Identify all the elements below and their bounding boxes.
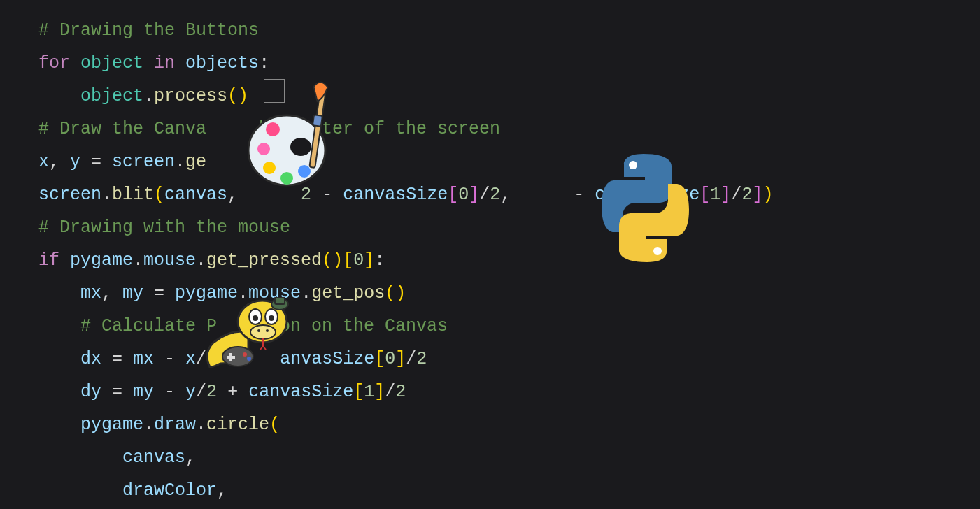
svg-point-13 xyxy=(253,315,258,321)
number-literal: 2 xyxy=(206,382,217,402)
svg-rect-21 xyxy=(227,356,235,359)
code-line[interactable]: dx = mx - x/2 anvasSize[0]/2 xyxy=(38,343,980,375)
identifier: objects xyxy=(185,53,259,73)
identifier: x xyxy=(185,349,196,369)
method-call: get_pressed xyxy=(206,250,322,271)
identifier: x xyxy=(38,152,49,172)
comment-text: # Drawing with the mouse xyxy=(38,217,290,238)
code-editor-viewport[interactable]: # Drawing the Buttons for object in obje… xyxy=(0,0,980,507)
identifier: pygame xyxy=(80,415,143,435)
method-call: circle xyxy=(206,415,269,435)
svg-point-5 xyxy=(280,172,293,185)
identifier: mouse xyxy=(143,250,196,271)
identifier: mx xyxy=(80,283,101,303)
identifier: my xyxy=(133,382,154,402)
python-logo-icon xyxy=(602,150,689,266)
number-literal: 2 xyxy=(416,349,427,369)
identifier: canvas xyxy=(122,447,185,468)
code-line[interactable]: object.process() xyxy=(38,80,980,113)
identifier: pygame xyxy=(70,250,133,271)
svg-point-6 xyxy=(298,165,311,178)
identifier: screen xyxy=(112,152,175,172)
operator: + xyxy=(227,382,238,402)
svg-point-10 xyxy=(653,247,662,255)
identifier: y xyxy=(185,382,196,402)
method-call: get_pos xyxy=(311,283,385,303)
number-literal: 1 xyxy=(710,185,720,205)
code-line[interactable]: x, y = screen.ge () xyxy=(38,145,980,178)
code-line[interactable]: # Drawing with the mouse xyxy=(38,211,980,244)
identifier: dy xyxy=(80,382,101,402)
comment-text: on on the Canvas xyxy=(280,316,448,336)
svg-point-16 xyxy=(250,325,276,339)
svg-point-18 xyxy=(266,329,269,332)
svg-rect-25 xyxy=(275,297,285,304)
number-literal: 0 xyxy=(458,185,469,205)
number-literal: 2 xyxy=(741,185,752,205)
identifier: screen xyxy=(38,185,101,205)
svg-rect-8 xyxy=(313,115,322,127)
identifier: canvasSize xyxy=(343,185,448,205)
code-line[interactable]: # Draw the Canva he center of the screen xyxy=(38,113,980,145)
keyword-for: for xyxy=(38,53,70,73)
code-line[interactable]: mx, my = pygame.mouse.get_pos() xyxy=(38,277,980,310)
identifier: canvas xyxy=(164,185,227,205)
number-literal: 0 xyxy=(353,250,364,271)
method-call: blit xyxy=(112,185,154,205)
code-line[interactable]: drawColor, xyxy=(38,474,980,507)
svg-point-3 xyxy=(257,143,270,155)
code-line[interactable]: for object in objects: xyxy=(38,47,980,80)
svg-point-2 xyxy=(266,122,280,136)
identifier: canvasSize xyxy=(248,382,353,402)
pygame-snake-icon xyxy=(196,297,304,381)
svg-point-22 xyxy=(243,352,247,357)
code-line[interactable]: if pygame.mouse.get_pressed()[0]: xyxy=(38,244,980,277)
identifier: my xyxy=(122,283,143,303)
code-line[interactable]: # Drawing the Buttons xyxy=(38,14,980,47)
svg-point-15 xyxy=(269,315,274,321)
identifier: y xyxy=(70,152,80,172)
identifier: object xyxy=(80,53,143,73)
code-line[interactable]: canvas, xyxy=(38,441,980,474)
identifier: object xyxy=(80,86,143,106)
code-line[interactable]: pygame.draw.circle( xyxy=(38,408,980,441)
comment-text: # Draw the Canva xyxy=(38,119,206,139)
code-line[interactable]: screen.blit(canvas, 2 - canvasSize[0]/2,… xyxy=(38,178,980,211)
comment-text: # Drawing the Buttons xyxy=(38,20,259,41)
identifier: dx xyxy=(80,349,101,369)
method-call: ge xyxy=(185,152,206,172)
svg-point-9 xyxy=(629,161,637,169)
number-literal: 2 xyxy=(490,185,500,205)
number-literal: 2 xyxy=(395,382,406,402)
identifier: drawColor xyxy=(122,480,217,501)
keyword-in: in xyxy=(154,53,175,73)
number-literal: 1 xyxy=(364,382,374,402)
svg-point-23 xyxy=(247,357,251,361)
code-line[interactable]: # Calculate P on on the Canvas xyxy=(38,310,980,343)
keyword-if: if xyxy=(38,250,59,271)
svg-point-17 xyxy=(257,329,260,332)
svg-point-4 xyxy=(263,162,276,174)
code-line[interactable]: dy = my - y/2 + canvasSize[1]/2 xyxy=(38,375,980,408)
svg-point-1 xyxy=(290,138,311,156)
method-call: process xyxy=(154,86,227,106)
number-literal: 0 xyxy=(385,349,395,369)
identifier: mx xyxy=(133,349,154,369)
identifier: draw xyxy=(154,415,196,435)
paint-palette-icon xyxy=(248,80,346,196)
